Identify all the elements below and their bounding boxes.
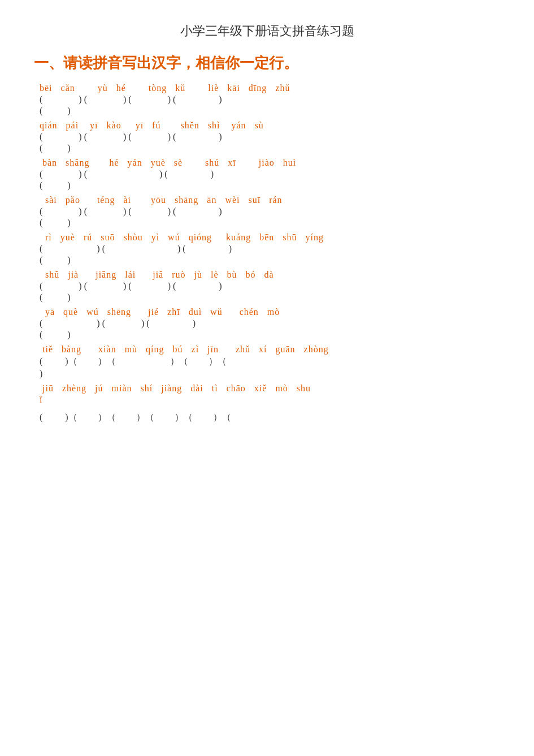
exercise-group-8: tiĕ bàng xiàn mù qíng bú zì jīn zhŭ xí g… (34, 344, 500, 379)
exercise-group-6: shŭ jià jiāng lái jiă ruò jù lè bù bó dà… (34, 270, 500, 303)
pinyin-line-1: bēi căn yù hé tòng kŭ liè kāi dīng zhŭ (34, 83, 500, 93)
page-title: 小学三年级下册语文拼音练习题 (34, 23, 500, 40)
exercise-group-1: bēi căn yù hé tòng kŭ liè kāi dīng zhŭ (… (34, 83, 500, 116)
answer-line-3a: ( ) ( ) ( ) (34, 169, 500, 179)
answer-line-7a: ( ) ( ) ( ) (34, 318, 500, 329)
pinyin-line-9b: ĭ (34, 395, 500, 405)
answer-line-9a: ( )（ ）（ ）（ ）（ ）（ (34, 412, 500, 424)
section-title: 一、请读拼音写出汉字，相信你一定行。 (34, 53, 500, 73)
pinyin-line-5: rì yuè rú suō shòu yì wú qióng kuáng bēn… (34, 232, 500, 243)
answer-line-1a: ( ) ( ) ( ) ( ) (34, 94, 500, 105)
answer-line-6b: ( ) (34, 292, 500, 303)
page-container: 小学三年级下册语文拼音练习题 一、请读拼音写出汉字，相信你一定行。 bēi că… (34, 23, 500, 424)
pinyin-line-3: bàn shăng hé yán yuè sè shú xī jiào huì (34, 158, 500, 168)
answer-line-8a: ( )（ ）（ ）（ ）（ (34, 356, 500, 368)
py-text-1: bēi căn yù hé tòng kŭ liè kāi dīng zhŭ (40, 83, 290, 93)
pinyin-line-8: tiĕ bàng xiàn mù qíng bú zì jīn zhŭ xí g… (34, 344, 500, 355)
answer-line-2b: ( ) (34, 143, 500, 153)
pinyin-line-4: sài păo téng ài yōu shāng ān wèi suī rán (34, 195, 500, 205)
answer-line-2a: ( ) ( ) ( ) ( ) (34, 132, 500, 142)
pinyin-line-6: shŭ jià jiāng lái jiă ruò jù lè bù bó dà (34, 270, 500, 280)
answer-line-1b: ( ) (34, 106, 500, 116)
answer-line-4b: ( ) (34, 218, 500, 228)
answer-line-3b: ( ) (34, 180, 500, 191)
answer-line-8b: ) (34, 369, 500, 379)
answer-line-4a: ( ) ( ) ( ) ( ) (34, 206, 500, 217)
exercise-group-2: qián pái yī kào yī fú shĕn shì yán sù ( … (34, 120, 500, 153)
exercise-group-4: sài păo téng ài yōu shāng ān wèi suī rán… (34, 195, 500, 228)
exercise-group-5: rì yuè rú suō shòu yì wú qióng kuáng bēn… (34, 232, 500, 265)
pinyin-line-7: yā què wú shēng jié zhī duì wŭ chén mò (34, 307, 500, 317)
answer-line-5a: ( ) ( ) ( ) (34, 244, 500, 254)
pinyin-line-9: jiū zhèng jú miàn shí jiàng dài tì chāo … (34, 383, 500, 394)
answer-line-5b: ( ) (34, 255, 500, 265)
answer-line-6a: ( ) ( ) ( ) ( ) (34, 281, 500, 291)
exercise-group-7: yā què wú shēng jié zhī duì wŭ chén mò (… (34, 307, 500, 340)
exercise-group-9: jiū zhèng jú miàn shí jiàng dài tì chāo … (34, 383, 500, 424)
pinyin-line-2: qián pái yī kào yī fú shĕn shì yán sù (34, 120, 500, 131)
exercise-group-3: bàn shăng hé yán yuè sè shú xī jiào huì … (34, 158, 500, 191)
answer-line-7b: ( ) (34, 330, 500, 340)
